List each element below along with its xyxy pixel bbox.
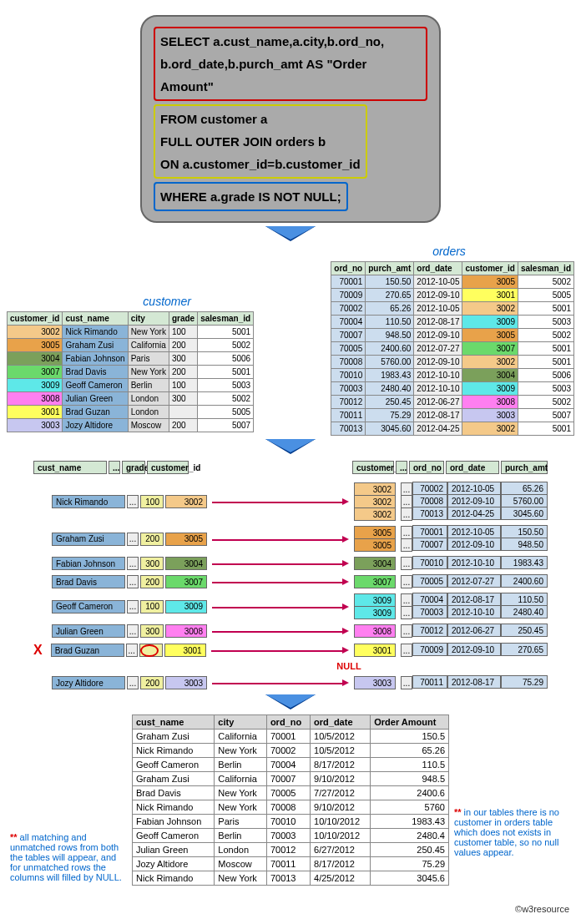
join-row: Nick Rimando...1003002300230023002...700… <box>33 482 548 521</box>
result-table: cust_namecityord_noord_dateOrder AmountG… <box>132 714 449 886</box>
table-row: 3005Graham ZusiCalifornia2005002 <box>8 339 254 352</box>
table-row: 3003Jozy AltidoreMoscow2005007 <box>8 419 254 432</box>
table-row: 700052400.602012-07-2730075001 <box>331 342 574 356</box>
table-row: 3004Fabian JohnsonParis3005006 <box>8 352 254 366</box>
sql-where-line: WHERE a.grade IS NOT NULL; <box>160 189 341 204</box>
table-row: 3002Nick RimandoNew York1005001 <box>8 326 254 339</box>
table-row: 700101983.432012-10-1030045006 <box>331 369 574 382</box>
table-row: 70012250.452012-06-2730085002 <box>331 396 574 409</box>
col-purch-amt: purch_amt <box>501 461 548 474</box>
col-header: city <box>128 312 169 326</box>
table-row: 700032480.402012-10-1030095003 <box>331 382 574 396</box>
join-row: Geoff Cameron...100300930093009...700042… <box>33 593 548 619</box>
sql-from-line1: FROM customer a <box>160 112 267 126</box>
table-row: 3007Brad DavisNew York2005001 <box>8 366 254 379</box>
table-row: Nick RimandoNew York7000210/5/201265.26 <box>133 744 449 758</box>
join-row: Fabian Johnson...30030043004...700102012… <box>33 557 548 570</box>
table-row: 700133045.602012-04-2530025001 <box>331 422 574 436</box>
orders-label: orders <box>324 245 574 258</box>
join-arrow <box>212 682 349 684</box>
table-row: 3009Geoff CameronBerlin1005003 <box>8 379 254 392</box>
table-row: Fabian JohnsonParis7001010/10/20121983.4… <box>133 815 449 829</box>
col-header: grade <box>169 312 197 326</box>
col-grade: grade <box>122 461 145 474</box>
col-header: salesman_id <box>198 312 254 326</box>
table-row: Julian GreenLondon700126/27/2012250.45 <box>133 843 449 857</box>
col-header: city <box>215 715 267 730</box>
note-left: ** all matching and unmatched rows from … <box>10 832 127 882</box>
table-row: Geoff CameronBerlin700048/17/2012110.5 <box>133 758 449 772</box>
col-ellipsis: ... <box>109 461 120 474</box>
note-right: ** in our tables there is no customer in… <box>454 807 571 857</box>
footer-credit: ©w3resource <box>515 904 569 914</box>
null-label: NULL <box>150 661 548 671</box>
join-arrow <box>212 563 349 564</box>
col-header: ord_date <box>414 262 462 275</box>
col-header: cust_name <box>133 715 215 730</box>
col-header: ord_no <box>266 715 310 730</box>
sql-query-box: SELECT a.cust_name,a.city,b.ord_no, b.or… <box>140 15 441 223</box>
table-row: 3001Brad GuzanLondon5005 <box>8 406 254 419</box>
col-header: Order Amount <box>371 715 449 730</box>
arrow-icon <box>265 226 316 241</box>
table-row: 7000265.262012-10-0530025001 <box>331 302 574 316</box>
table-row: 70001150.502012-10-0530055002 <box>331 275 574 289</box>
table-row: Nick RimandoNew York700089/10/20125760 <box>133 800 449 815</box>
table-row: 70007948.502012-09-1030055002 <box>331 329 574 342</box>
table-row: 3008Julian GreenLondon3005002 <box>8 392 254 406</box>
table-row: 700085760.002012-09-1030025001 <box>331 356 574 369</box>
table-row: Geoff CameronBerlin7000310/10/20122480.4 <box>133 829 449 843</box>
col-customer-id: customer_id <box>147 461 189 474</box>
sql-from-line3: ON a.customer_id=b.customer_id <box>160 157 361 171</box>
customer-label: customer <box>7 295 327 308</box>
sql-from-line2: FULL OUTER JOIN orders b <box>160 134 326 149</box>
col-cust-name: cust_name <box>33 461 107 474</box>
table-row: 7001175.292012-08-1730035007 <box>331 409 574 422</box>
join-row: XBrad Guzan... 30013001...700092012-09-1… <box>33 643 548 658</box>
col-ord-date: ord_date <box>446 461 499 474</box>
sql-select-line2: b.ord_date,b.purch_amt AS "Order Amount" <box>160 57 366 93</box>
col-header: customer_id <box>462 262 518 275</box>
col-customer-id: customer_id <box>352 461 394 474</box>
arrow-icon <box>265 694 316 709</box>
table-row: Graham ZusiCalifornia7000110/5/2012150.5 <box>133 730 449 744</box>
col-header: purch_amt <box>366 262 414 275</box>
table-row: Jozy AltidoreMoscow700118/17/201275.29 <box>133 857 449 871</box>
exclude-mark: X <box>33 643 43 658</box>
join-row: Graham Zusi...200300530053005...70001201… <box>33 526 548 552</box>
table-row: 70004110.502012-08-1730095003 <box>331 316 574 329</box>
join-row: Julian Green...30030083008...700122012-0… <box>33 624 548 638</box>
join-row: Jozy Altidore...20030033003...700112012-… <box>33 676 548 689</box>
join-arrow <box>212 581 349 583</box>
col-header: cust_name <box>63 312 128 326</box>
join-arrow <box>212 606 349 608</box>
join-arrow <box>212 538 349 540</box>
join-row: Brad Davis...20030073007...700052012-07-… <box>33 575 548 588</box>
orders-table: ord_nopurch_amtord_datecustomer_idsalesm… <box>331 261 574 436</box>
col-ellipsis: ... <box>396 461 407 474</box>
col-header: ord_date <box>311 715 371 730</box>
table-row: 70009270.652012-09-1030015005 <box>331 289 574 302</box>
join-arrow <box>211 649 349 651</box>
arrow-icon <box>265 439 316 454</box>
col-ord-no: ord_no <box>409 461 444 474</box>
join-arrow <box>212 630 349 632</box>
join-diagram: cust_name ... grade customer_id customer… <box>33 461 548 689</box>
col-header: ord_no <box>331 262 366 275</box>
join-arrow <box>212 501 349 502</box>
customer-table: customer_idcust_namecitygradesalesman_id… <box>7 311 254 432</box>
table-row: Graham ZusiCalifornia700079/10/2012948.5 <box>133 772 449 786</box>
col-header: salesman_id <box>518 262 573 275</box>
col-header: customer_id <box>8 312 63 326</box>
table-row: Brad DavisNew York700057/27/20122400.6 <box>133 786 449 800</box>
table-row: Nick RimandoNew York700134/25/20123045.6 <box>133 871 449 886</box>
sql-select-line1: SELECT a.cust_name,a.city,b.ord_no, <box>160 34 384 48</box>
